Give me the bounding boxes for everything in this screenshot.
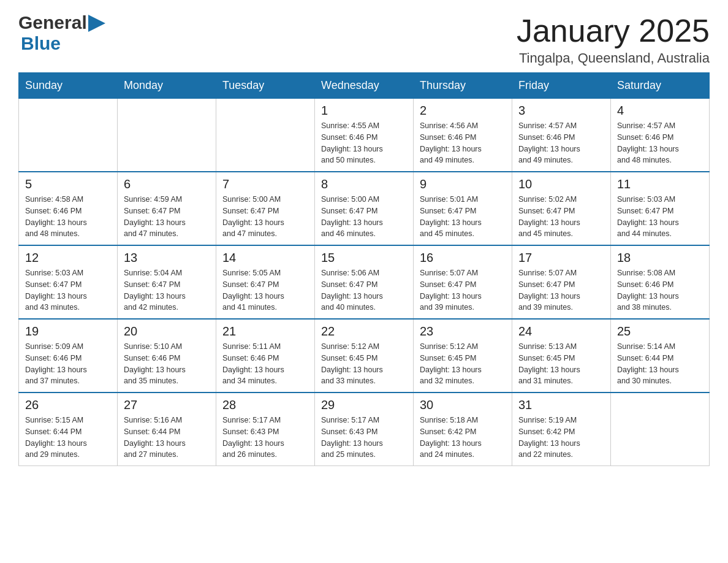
calendar-cell-w5-d1: 27Sunrise: 5:16 AM Sunset: 6:44 PM Dayli…: [118, 393, 216, 466]
calendar-cell-w5-d2: 28Sunrise: 5:17 AM Sunset: 6:43 PM Dayli…: [216, 393, 315, 466]
day-info: Sunrise: 5:16 AM Sunset: 6:44 PM Dayligh…: [124, 415, 210, 461]
calendar-cell-w5-d4: 30Sunrise: 5:18 AM Sunset: 6:42 PM Dayli…: [414, 393, 512, 466]
day-number: 22: [321, 324, 407, 339]
day-info: Sunrise: 5:05 AM Sunset: 6:47 PM Dayligh…: [222, 267, 308, 313]
day-info: Sunrise: 4:57 AM Sunset: 6:46 PM Dayligh…: [617, 120, 703, 166]
calendar-cell-w4-d1: 20Sunrise: 5:10 AM Sunset: 6:46 PM Dayli…: [118, 319, 216, 393]
day-info: Sunrise: 5:03 AM Sunset: 6:47 PM Dayligh…: [25, 267, 111, 313]
day-number: 21: [222, 324, 308, 339]
calendar-cell-w4-d5: 24Sunrise: 5:13 AM Sunset: 6:45 PM Dayli…: [512, 319, 611, 393]
week-row-3: 12Sunrise: 5:03 AM Sunset: 6:47 PM Dayli…: [19, 245, 710, 319]
day-number: 31: [518, 398, 604, 412]
day-number: 27: [124, 398, 210, 412]
calendar-cell-w2-d5: 10Sunrise: 5:02 AM Sunset: 6:47 PM Dayli…: [512, 172, 611, 245]
day-info: Sunrise: 5:00 AM Sunset: 6:47 PM Dayligh…: [321, 194, 407, 240]
calendar-cell-w5-d5: 31Sunrise: 5:19 AM Sunset: 6:42 PM Dayli…: [512, 393, 611, 466]
day-number: 17: [518, 251, 604, 265]
day-info: Sunrise: 5:04 AM Sunset: 6:47 PM Dayligh…: [124, 267, 210, 313]
calendar-cell-w4-d2: 21Sunrise: 5:11 AM Sunset: 6:46 PM Dayli…: [216, 319, 315, 393]
day-number: 6: [124, 177, 210, 191]
day-number: 23: [420, 324, 506, 339]
day-info: Sunrise: 5:07 AM Sunset: 6:47 PM Dayligh…: [420, 267, 506, 313]
day-info: Sunrise: 4:59 AM Sunset: 6:47 PM Dayligh…: [124, 194, 210, 240]
week-row-5: 26Sunrise: 5:15 AM Sunset: 6:44 PM Dayli…: [19, 393, 710, 466]
day-info: Sunrise: 4:58 AM Sunset: 6:46 PM Dayligh…: [25, 194, 111, 240]
week-row-2: 5Sunrise: 4:58 AM Sunset: 6:46 PM Daylig…: [19, 172, 710, 245]
calendar-cell-w3-d1: 13Sunrise: 5:04 AM Sunset: 6:47 PM Dayli…: [118, 245, 216, 319]
day-number: 14: [222, 251, 308, 265]
day-info: Sunrise: 5:10 AM Sunset: 6:46 PM Dayligh…: [124, 341, 210, 387]
svg-marker-0: [88, 15, 105, 32]
day-number: 18: [617, 251, 703, 265]
day-info: Sunrise: 5:11 AM Sunset: 6:46 PM Dayligh…: [222, 341, 308, 387]
calendar-cell-w4-d4: 23Sunrise: 5:12 AM Sunset: 6:45 PM Dayli…: [414, 319, 512, 393]
day-number: 26: [25, 398, 111, 412]
day-number: 24: [518, 324, 604, 339]
calendar-cell-w1-d5: 3Sunrise: 4:57 AM Sunset: 6:46 PM Daylig…: [512, 99, 611, 172]
day-number: 1: [321, 104, 407, 118]
calendar-cell-w2-d4: 9Sunrise: 5:01 AM Sunset: 6:47 PM Daylig…: [414, 172, 512, 245]
calendar-cell-w2-d0: 5Sunrise: 4:58 AM Sunset: 6:46 PM Daylig…: [19, 172, 118, 245]
page-header: General Blue January 2025 Tingalpa, Quee…: [18, 12, 710, 66]
day-info: Sunrise: 5:09 AM Sunset: 6:46 PM Dayligh…: [25, 341, 111, 387]
week-row-1: 1Sunrise: 4:55 AM Sunset: 6:46 PM Daylig…: [19, 99, 710, 172]
day-info: Sunrise: 5:17 AM Sunset: 6:43 PM Dayligh…: [222, 415, 308, 461]
header-wednesday: Wednesday: [315, 73, 414, 99]
day-number: 28: [222, 398, 308, 412]
day-number: 13: [124, 251, 210, 265]
day-info: Sunrise: 4:55 AM Sunset: 6:46 PM Dayligh…: [321, 120, 407, 166]
day-info: Sunrise: 5:03 AM Sunset: 6:47 PM Dayligh…: [617, 194, 703, 240]
calendar-cell-w3-d4: 16Sunrise: 5:07 AM Sunset: 6:47 PM Dayli…: [414, 245, 512, 319]
day-info: Sunrise: 5:18 AM Sunset: 6:42 PM Dayligh…: [420, 415, 506, 461]
day-number: 30: [420, 398, 506, 412]
calendar-cell-w3-d6: 18Sunrise: 5:08 AM Sunset: 6:46 PM Dayli…: [611, 245, 710, 319]
day-info: Sunrise: 5:00 AM Sunset: 6:47 PM Dayligh…: [222, 194, 308, 240]
day-number: 25: [617, 324, 703, 339]
day-info: Sunrise: 5:07 AM Sunset: 6:47 PM Dayligh…: [518, 267, 604, 313]
calendar-cell-w2-d6: 11Sunrise: 5:03 AM Sunset: 6:47 PM Dayli…: [611, 172, 710, 245]
day-info: Sunrise: 5:01 AM Sunset: 6:47 PM Dayligh…: [420, 194, 506, 240]
day-number: 9: [420, 177, 506, 191]
day-number: 3: [518, 104, 604, 118]
week-row-4: 19Sunrise: 5:09 AM Sunset: 6:46 PM Dayli…: [19, 319, 710, 393]
day-number: 16: [420, 251, 506, 265]
day-number: 20: [124, 324, 210, 339]
header-saturday: Saturday: [611, 73, 710, 99]
calendar-cell-w3-d5: 17Sunrise: 5:07 AM Sunset: 6:47 PM Dayli…: [512, 245, 611, 319]
day-number: 5: [25, 177, 111, 191]
day-info: Sunrise: 5:08 AM Sunset: 6:46 PM Dayligh…: [617, 267, 703, 313]
calendar-header-row: SundayMondayTuesdayWednesdayThursdayFrid…: [19, 73, 710, 99]
calendar-cell-w4-d3: 22Sunrise: 5:12 AM Sunset: 6:45 PM Dayli…: [315, 319, 414, 393]
logo-blue-text: Blue: [21, 33, 61, 53]
day-number: 19: [25, 324, 111, 339]
logo: General Blue: [18, 12, 107, 54]
day-info: Sunrise: 5:13 AM Sunset: 6:45 PM Dayligh…: [518, 341, 604, 387]
header-friday: Friday: [512, 73, 611, 99]
calendar-cell-w2-d3: 8Sunrise: 5:00 AM Sunset: 6:47 PM Daylig…: [315, 172, 414, 245]
calendar-cell-w1-d0: [19, 99, 118, 172]
day-number: 4: [617, 104, 703, 118]
logo-arrow-icon: [88, 15, 107, 32]
calendar-cell-w4-d0: 19Sunrise: 5:09 AM Sunset: 6:46 PM Dayli…: [19, 319, 118, 393]
day-info: Sunrise: 5:12 AM Sunset: 6:45 PM Dayligh…: [420, 341, 506, 387]
day-number: 11: [617, 177, 703, 191]
location: Tingalpa, Queensland, Australia: [517, 50, 710, 66]
header-monday: Monday: [118, 73, 216, 99]
calendar-table: SundayMondayTuesdayWednesdayThursdayFrid…: [18, 72, 710, 466]
day-info: Sunrise: 4:56 AM Sunset: 6:46 PM Dayligh…: [420, 120, 506, 166]
calendar-cell-w1-d6: 4Sunrise: 4:57 AM Sunset: 6:46 PM Daylig…: [611, 99, 710, 172]
day-info: Sunrise: 5:14 AM Sunset: 6:44 PM Dayligh…: [617, 341, 703, 387]
day-number: 10: [518, 177, 604, 191]
calendar-cell-w5-d3: 29Sunrise: 5:17 AM Sunset: 6:43 PM Dayli…: [315, 393, 414, 466]
calendar-cell-w5-d6: [611, 393, 710, 466]
title-section: January 2025 Tingalpa, Queensland, Austr…: [517, 12, 710, 66]
header-sunday: Sunday: [19, 73, 118, 99]
logo-general-text: General: [18, 12, 87, 33]
day-number: 7: [222, 177, 308, 191]
calendar-cell-w1-d1: [118, 99, 216, 172]
calendar-cell-w1-d2: [216, 99, 315, 172]
day-number: 12: [25, 251, 111, 265]
day-number: 8: [321, 177, 407, 191]
calendar-cell-w3-d2: 14Sunrise: 5:05 AM Sunset: 6:47 PM Dayli…: [216, 245, 315, 319]
calendar-cell-w2-d2: 7Sunrise: 5:00 AM Sunset: 6:47 PM Daylig…: [216, 172, 315, 245]
